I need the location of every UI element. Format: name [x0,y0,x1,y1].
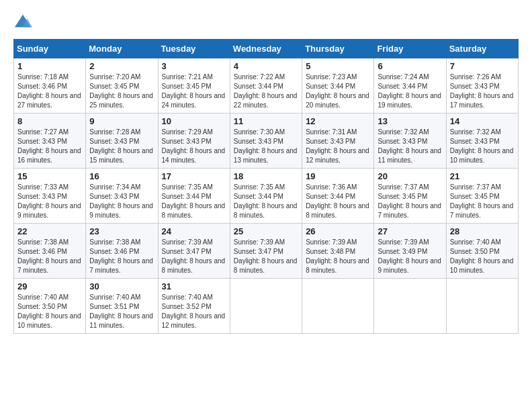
day-info: Sunrise: 7:35 AMSunset: 3:44 PMDaylight:… [162,183,226,220]
day-number: 23 [89,226,154,236]
calendar-day-cell [230,279,302,334]
day-info: Sunrise: 7:18 AMSunset: 3:46 PMDaylight:… [17,73,82,110]
calendar-day-cell: 11Sunrise: 7:30 AMSunset: 3:43 PMDayligh… [230,113,302,169]
day-number: 19 [306,171,370,181]
calendar-day-cell: 16Sunrise: 7:34 AMSunset: 3:43 PMDayligh… [86,169,158,224]
day-info: Sunrise: 7:28 AMSunset: 3:43 PMDaylight:… [89,128,154,165]
day-info: Sunrise: 7:26 AMSunset: 3:43 PMDaylight:… [450,73,515,110]
calendar-day-cell: 5Sunrise: 7:23 AMSunset: 3:44 PMDaylight… [302,58,374,113]
day-info: Sunrise: 7:39 AMSunset: 3:47 PMDaylight:… [162,238,226,275]
day-info: Sunrise: 7:39 AMSunset: 3:47 PMDaylight:… [234,238,298,275]
day-info: Sunrise: 7:34 AMSunset: 3:43 PMDaylight:… [89,183,154,220]
day-info: Sunrise: 7:39 AMSunset: 3:49 PMDaylight:… [378,238,442,275]
calendar-day-cell: 30Sunrise: 7:40 AMSunset: 3:51 PMDayligh… [86,279,158,334]
calendar-week-row: 8Sunrise: 7:27 AMSunset: 3:43 PMDaylight… [14,113,519,169]
day-number: 10 [162,116,226,126]
day-number: 15 [17,171,82,181]
calendar-day-cell: 15Sunrise: 7:33 AMSunset: 3:43 PMDayligh… [14,169,86,224]
day-number: 17 [162,171,226,181]
calendar-day-cell: 27Sunrise: 7:39 AMSunset: 3:49 PMDayligh… [374,224,446,279]
calendar-day-cell: 21Sunrise: 7:37 AMSunset: 3:45 PMDayligh… [446,169,518,224]
calendar-day-cell: 17Sunrise: 7:35 AMSunset: 3:44 PMDayligh… [158,169,230,224]
day-info: Sunrise: 7:29 AMSunset: 3:43 PMDaylight:… [162,128,226,165]
calendar-day-cell: 29Sunrise: 7:40 AMSunset: 3:50 PMDayligh… [14,279,86,334]
calendar-week-row: 29Sunrise: 7:40 AMSunset: 3:50 PMDayligh… [14,279,519,334]
calendar-day-cell: 7Sunrise: 7:26 AMSunset: 3:43 PMDaylight… [446,58,518,113]
day-number: 31 [162,281,226,291]
calendar-day-cell [302,279,374,334]
calendar-week-row: 15Sunrise: 7:33 AMSunset: 3:43 PMDayligh… [14,169,519,224]
day-info: Sunrise: 7:40 AMSunset: 3:52 PMDaylight:… [162,293,226,330]
logo-icon [13,13,32,32]
day-number: 5 [306,61,370,71]
calendar-day-cell: 3Sunrise: 7:21 AMSunset: 3:45 PMDaylight… [158,58,230,113]
day-number: 6 [378,61,442,71]
day-number: 24 [162,226,226,236]
day-of-week-header: Friday [374,40,446,58]
day-number: 3 [162,61,226,71]
day-number: 20 [378,171,442,181]
calendar-day-cell: 12Sunrise: 7:31 AMSunset: 3:43 PMDayligh… [302,113,374,169]
day-number: 18 [234,171,298,181]
day-info: Sunrise: 7:40 AMSunset: 3:50 PMDaylight:… [17,293,82,330]
calendar-day-cell [446,279,518,334]
calendar-day-cell: 8Sunrise: 7:27 AMSunset: 3:43 PMDaylight… [14,113,86,169]
calendar-day-cell: 24Sunrise: 7:39 AMSunset: 3:47 PMDayligh… [158,224,230,279]
calendar-day-cell: 19Sunrise: 7:36 AMSunset: 3:44 PMDayligh… [302,169,374,224]
calendar-day-cell: 22Sunrise: 7:38 AMSunset: 3:46 PMDayligh… [14,224,86,279]
calendar-day-cell: 20Sunrise: 7:37 AMSunset: 3:45 PMDayligh… [374,169,446,224]
day-number: 27 [378,226,442,236]
day-of-week-header: Monday [86,40,158,58]
day-info: Sunrise: 7:33 AMSunset: 3:43 PMDaylight:… [17,183,82,220]
day-info: Sunrise: 7:35 AMSunset: 3:44 PMDaylight:… [234,183,298,220]
calendar-day-cell: 26Sunrise: 7:39 AMSunset: 3:48 PMDayligh… [302,224,374,279]
calendar-day-cell [374,279,446,334]
day-number: 30 [89,281,154,291]
day-info: Sunrise: 7:40 AMSunset: 3:50 PMDaylight:… [450,238,515,275]
day-number: 28 [450,226,515,236]
day-info: Sunrise: 7:32 AMSunset: 3:43 PMDaylight:… [378,128,442,165]
day-number: 9 [89,116,154,126]
calendar-day-cell: 9Sunrise: 7:28 AMSunset: 3:43 PMDaylight… [86,113,158,169]
calendar-day-cell: 23Sunrise: 7:38 AMSunset: 3:46 PMDayligh… [86,224,158,279]
day-of-week-header: Saturday [446,40,518,58]
day-info: Sunrise: 7:24 AMSunset: 3:44 PMDaylight:… [378,73,442,110]
day-info: Sunrise: 7:39 AMSunset: 3:48 PMDaylight:… [306,238,370,275]
day-of-week-header: Thursday [302,40,374,58]
day-number: 7 [450,61,515,71]
calendar-table: SundayMondayTuesdayWednesdayThursdayFrid… [13,39,519,334]
calendar-day-cell: 25Sunrise: 7:39 AMSunset: 3:47 PMDayligh… [230,224,302,279]
day-number: 13 [378,116,442,126]
calendar-day-cell: 2Sunrise: 7:20 AMSunset: 3:45 PMDaylight… [86,58,158,113]
day-info: Sunrise: 7:37 AMSunset: 3:45 PMDaylight:… [378,183,442,220]
day-info: Sunrise: 7:21 AMSunset: 3:45 PMDaylight:… [162,73,226,110]
day-info: Sunrise: 7:27 AMSunset: 3:43 PMDaylight:… [17,128,82,165]
calendar-day-cell: 18Sunrise: 7:35 AMSunset: 3:44 PMDayligh… [230,169,302,224]
calendar-day-cell: 1Sunrise: 7:18 AMSunset: 3:46 PMDaylight… [14,58,86,113]
day-info: Sunrise: 7:40 AMSunset: 3:51 PMDaylight:… [89,293,154,330]
day-of-week-header: Sunday [14,40,86,58]
day-number: 22 [17,226,82,236]
calendar-day-cell: 6Sunrise: 7:24 AMSunset: 3:44 PMDaylight… [374,58,446,113]
day-info: Sunrise: 7:36 AMSunset: 3:44 PMDaylight:… [306,183,370,220]
day-number: 8 [17,116,82,126]
day-number: 4 [234,61,298,71]
calendar-day-cell: 4Sunrise: 7:22 AMSunset: 3:44 PMDaylight… [230,58,302,113]
calendar-day-cell: 10Sunrise: 7:29 AMSunset: 3:43 PMDayligh… [158,113,230,169]
day-number: 16 [89,171,154,181]
calendar-day-cell: 14Sunrise: 7:32 AMSunset: 3:43 PMDayligh… [446,113,518,169]
day-number: 11 [234,116,298,126]
calendar-day-cell: 13Sunrise: 7:32 AMSunset: 3:43 PMDayligh… [374,113,446,169]
day-number: 21 [450,171,515,181]
day-number: 25 [234,226,298,236]
day-number: 2 [89,61,154,71]
calendar-day-cell: 31Sunrise: 7:40 AMSunset: 3:52 PMDayligh… [158,279,230,334]
day-info: Sunrise: 7:22 AMSunset: 3:44 PMDaylight:… [234,73,298,110]
day-info: Sunrise: 7:31 AMSunset: 3:43 PMDaylight:… [306,128,370,165]
day-info: Sunrise: 7:32 AMSunset: 3:43 PMDaylight:… [450,128,515,165]
calendar-week-row: 1Sunrise: 7:18 AMSunset: 3:46 PMDaylight… [14,58,519,113]
day-of-week-header: Tuesday [158,40,230,58]
day-number: 14 [450,116,515,126]
calendar-day-cell: 28Sunrise: 7:40 AMSunset: 3:50 PMDayligh… [446,224,518,279]
day-number: 12 [306,116,370,126]
